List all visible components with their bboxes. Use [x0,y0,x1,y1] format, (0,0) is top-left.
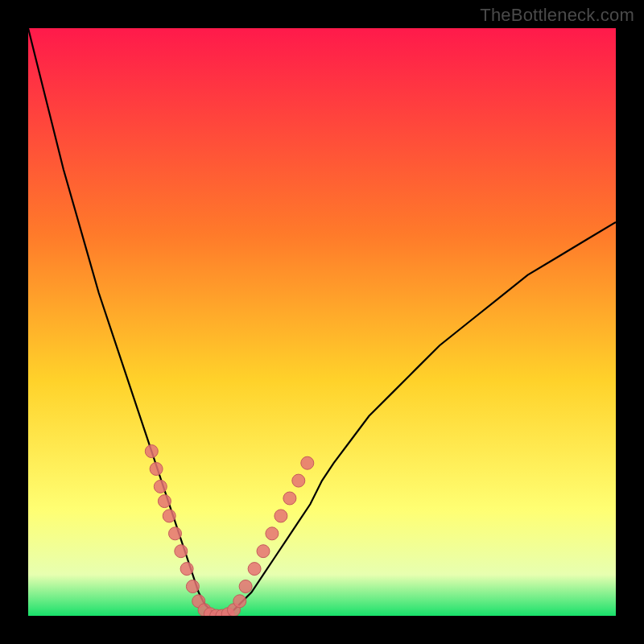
watermark-text: TheBottleneck.com [480,5,634,26]
data-marker [163,510,175,522]
bottleneck-chart [28,28,616,616]
data-marker [266,527,279,540]
data-marker [186,580,199,593]
data-marker [150,463,163,476]
chart-frame: TheBottleneck.com [0,0,644,644]
data-marker [158,495,171,508]
data-marker [180,563,193,576]
data-marker [257,545,270,558]
gradient-background [28,28,616,616]
data-marker [239,580,252,593]
data-marker [175,545,188,558]
data-marker [154,480,167,493]
data-marker [275,510,287,522]
data-marker [301,456,314,469]
data-marker [283,492,296,505]
data-marker [145,445,158,458]
data-marker [233,595,246,608]
data-marker [169,527,182,540]
data-marker [292,474,305,487]
data-marker [248,563,261,576]
